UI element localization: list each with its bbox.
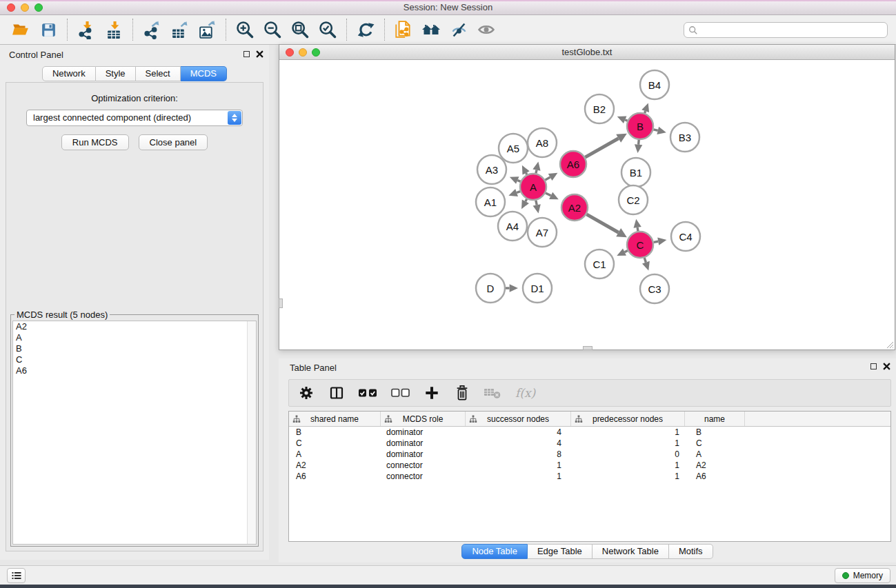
network-maximize-button[interactable] <box>312 48 320 57</box>
table-row[interactable]: Cdominator41C <box>289 438 890 449</box>
delete-table-button[interactable] <box>484 383 503 403</box>
zoom-selected-button[interactable] <box>314 17 341 42</box>
function-builder-button[interactable]: f(x) <box>515 383 535 403</box>
export-image-button[interactable] <box>193 17 221 42</box>
close-panel-icon[interactable] <box>256 50 263 58</box>
tab-style[interactable]: Style <box>96 66 136 81</box>
deselect-all-rows-button[interactable] <box>391 383 410 403</box>
graph-edge-A-A8[interactable] <box>532 161 540 173</box>
float-table-panel-icon[interactable] <box>870 363 877 369</box>
column-header-name[interactable]: name <box>685 412 745 426</box>
tab-edge-table[interactable]: Edge Table <box>528 544 593 559</box>
graph-edge-A-A4[interactable] <box>521 199 529 210</box>
tab-node-table[interactable]: Node Table <box>461 544 528 559</box>
graph-node-C1[interactable]: C1 <box>585 250 614 278</box>
graph-node-C3[interactable]: C3 <box>640 274 669 303</box>
graph-edge-A-A3[interactable] <box>510 176 521 184</box>
graph-node-A4[interactable]: A4 <box>498 212 527 241</box>
graph-node-A[interactable]: A <box>520 174 546 200</box>
result-list-item[interactable]: A6 <box>13 365 256 376</box>
network-minimize-button[interactable] <box>299 48 307 57</box>
zoom-in-button[interactable] <box>231 17 259 42</box>
graph-edge-B-B2[interactable] <box>617 116 628 123</box>
close-panel-button[interactable]: Close panel <box>139 134 208 150</box>
graph-edge-B-B1[interactable] <box>635 140 642 153</box>
graph-edge-A2-C[interactable] <box>586 214 626 237</box>
birdseye-view-button[interactable] <box>472 17 500 42</box>
import-network-button[interactable] <box>72 17 100 42</box>
graph-node-A7[interactable]: A7 <box>528 218 557 247</box>
column-header-mcds-role[interactable]: MCDS role <box>381 412 466 426</box>
table-row[interactable]: Bdominator41B <box>289 427 890 438</box>
graph-node-D[interactable]: D <box>476 274 505 303</box>
maximize-window-button[interactable] <box>34 3 43 12</box>
graph-edge-C-C4[interactable] <box>654 238 667 245</box>
result-list-item[interactable]: B <box>13 343 256 354</box>
table-settings-button[interactable] <box>297 383 315 403</box>
tab-select[interactable]: Select <box>136 66 181 81</box>
save-session-button[interactable] <box>34 17 62 42</box>
graph-edge-B-B4[interactable] <box>641 103 649 113</box>
import-table-button[interactable] <box>100 17 128 42</box>
graph-node-C2[interactable]: C2 <box>619 185 648 214</box>
zoom-out-button[interactable] <box>259 17 286 42</box>
show-panels-menu-button[interactable] <box>7 568 26 583</box>
column-header-predecessor-nodes[interactable]: predecessor nodes <box>571 412 685 426</box>
window-resize-grip[interactable] <box>885 340 894 349</box>
canvas-left-handle[interactable] <box>279 298 283 308</box>
network-close-button[interactable] <box>286 48 294 57</box>
result-list-scrollbar[interactable] <box>247 321 256 544</box>
graph-node-B2[interactable]: B2 <box>585 94 614 123</box>
add-column-button[interactable] <box>423 383 441 403</box>
graph-node-D1[interactable]: D1 <box>523 274 552 303</box>
graph-edge-C-C2[interactable] <box>633 219 641 232</box>
result-list-item[interactable]: A <box>13 332 256 343</box>
table-row[interactable]: A6connector11A6 <box>289 471 890 482</box>
minimize-window-button[interactable] <box>21 3 29 12</box>
graph-node-B1[interactable]: B1 <box>621 158 650 187</box>
graph-edge-B-B3[interactable] <box>653 127 666 134</box>
delete-columns-button[interactable] <box>453 383 471 403</box>
memory-button[interactable]: Memory <box>835 568 890 583</box>
graph-edge-A-A5[interactable] <box>522 165 530 175</box>
graph-edge-C-C1[interactable] <box>617 249 628 256</box>
export-network-button[interactable] <box>138 17 166 42</box>
close-table-panel-icon[interactable] <box>883 363 890 370</box>
home-button[interactable] <box>417 17 445 42</box>
graph-node-A3[interactable]: A3 <box>477 155 506 184</box>
graph-node-A1[interactable]: A1 <box>476 187 505 216</box>
graph-node-A6[interactable]: A6 <box>560 151 586 177</box>
export-table-button[interactable] <box>166 17 193 42</box>
graph-edge-A-A1[interactable] <box>508 189 520 196</box>
graph-edge-A6-B[interactable] <box>585 134 626 157</box>
graph-node-C4[interactable]: C4 <box>671 222 700 251</box>
graph-node-B3[interactable]: B3 <box>670 123 699 152</box>
graph-edge-C-C3[interactable] <box>642 258 650 270</box>
table-row[interactable]: Adominator80A <box>289 449 890 460</box>
graph-node-A8[interactable]: A8 <box>528 128 557 157</box>
tab-motifs[interactable]: Motifs <box>669 544 713 559</box>
open-session-from-file-button[interactable] <box>390 17 417 42</box>
show-columns-button[interactable] <box>328 383 346 403</box>
tab-network-table[interactable]: Network Table <box>593 544 669 559</box>
graph-node-A5[interactable]: A5 <box>499 134 528 163</box>
column-header-shared-name[interactable]: shared name <box>289 412 381 426</box>
network-window-titlebar[interactable]: testGlobe.txt <box>279 45 895 60</box>
float-panel-icon[interactable] <box>243 51 250 57</box>
open-file-button[interactable] <box>7 17 34 42</box>
criterion-dropdown[interactable]: largest connected component (directed) <box>26 110 243 126</box>
mcds-result-list[interactable]: A2ABCA6 <box>12 321 257 545</box>
tab-mcds[interactable]: MCDS <box>181 66 227 81</box>
zoom-fit-content-button[interactable] <box>286 17 314 42</box>
graph-edge-A-A6[interactable] <box>545 173 557 181</box>
graph-node-C[interactable]: C <box>627 232 653 258</box>
graph-node-B[interactable]: B <box>627 113 653 139</box>
tab-network[interactable]: Network <box>42 66 96 81</box>
graph-node-B4[interactable]: B4 <box>640 70 669 99</box>
result-list-item[interactable]: A2 <box>13 321 256 332</box>
hide-graphics-details-button[interactable] <box>445 17 472 42</box>
search-input[interactable] <box>698 26 887 35</box>
graph-edge-A-A2[interactable] <box>546 192 559 200</box>
graph-edge-A-A7[interactable] <box>533 201 541 214</box>
close-window-button[interactable] <box>7 3 15 12</box>
